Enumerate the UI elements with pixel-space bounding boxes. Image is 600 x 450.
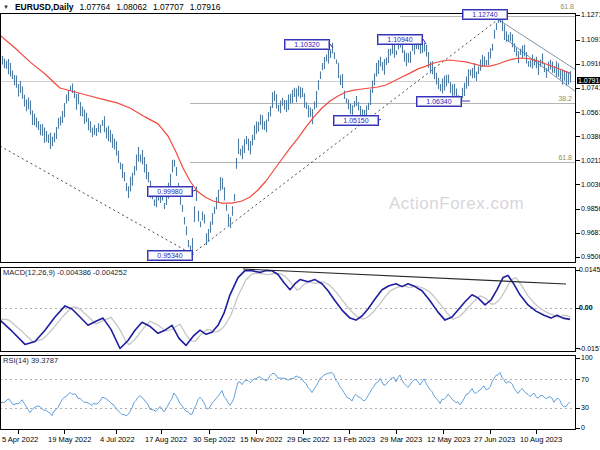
price-axis-label: 1.09160 [581, 60, 600, 67]
date-axis-label: 19 May 2022 [48, 435, 91, 444]
current-price-tag: 1.07916 [577, 77, 600, 84]
price-axis-label: 0.96810 [581, 229, 600, 236]
price-label-connector [193, 190, 196, 191]
price-axis-label: 0.98560 [581, 205, 600, 212]
date-axis-label: 15 Nov 2022 [240, 435, 283, 444]
chart-title-bar: ▼ EURUSD,Daily 1.07764 1.08062 1.07707 1… [0, 0, 600, 13]
price-label-1.05150: 1.05150 [333, 115, 379, 126]
date-axis-label: 12 May 2023 [427, 435, 470, 444]
macd-axis-label: 0.00 [579, 304, 593, 311]
date-axis-label: 4 Jul 2022 [100, 435, 135, 444]
rising-dashed-trendline[interactable] [192, 18, 500, 254]
date-axis-label: 13 Feb 2023 [333, 435, 375, 444]
price-axis-label: 1.10910 [581, 36, 600, 43]
macd-header: MACD(12,26,9) -0.004386 -0.004252 [3, 268, 127, 277]
ohlc-close: 1.07916 [190, 2, 221, 12]
fib-label-38.2: 38.2 [538, 95, 572, 102]
price-panel-border [1, 14, 576, 263]
symbol-timeframe: EURUSD,Daily [15, 2, 74, 12]
ohlc-open: 1.07764 [80, 2, 111, 12]
date-axis-label: 10 Aug 2023 [520, 435, 562, 444]
chart-plot-area[interactable] [0, 0, 600, 450]
price-axis-label: 1.00360 [581, 181, 600, 188]
fib-label-61.8: 61.8 [540, 3, 574, 10]
falling-dashed-trendline[interactable] [0, 146, 192, 254]
macd-line [0, 271, 570, 349]
price-axis-label: 1.12710 [581, 11, 600, 18]
rsi-line [0, 372, 570, 416]
rsi-axis-label: 100 [581, 354, 593, 361]
price-label-1.10320: 1.10320 [284, 39, 330, 50]
price-axis-label: 0.95060 [581, 253, 600, 260]
date-axis-label: 27 Jun 2023 [474, 435, 515, 444]
ohlc-low: 1.07707 [153, 2, 184, 12]
rsi-value: 39.3787 [31, 356, 58, 365]
date-axis-label: 29 Mar 2023 [380, 435, 422, 444]
date-axis-label: 30 Sep 2022 [193, 435, 236, 444]
rsi-header: RSI(14) 39.3787 [3, 356, 58, 365]
date-axis-label: 5 Apr 2022 [2, 435, 38, 444]
rsi-axis-label: 30 [581, 404, 589, 411]
price-axis-label: 1.03860 [581, 133, 600, 140]
price-label-0.99980: 0.99980 [147, 186, 193, 197]
price-label-1.10940: 1.10940 [377, 34, 423, 45]
fib-label-61.8: 61.8 [538, 154, 572, 161]
ohlc-high: 1.08062 [116, 2, 147, 12]
candlesticks [1, 15, 571, 255]
rsi-panel-border [1, 356, 576, 430]
price-label-0.95340: 0.95340 [147, 250, 193, 261]
macd-label: MACD(12,26,9) [3, 268, 55, 277]
macd-values: -0.004386 -0.004252 [57, 268, 127, 277]
price-axis-label: 1.07410 [581, 84, 600, 91]
actionforex-watermark: ActionForex.com [389, 194, 524, 214]
rsi-axis-label: 70 [581, 376, 589, 383]
price-label-connector [379, 119, 381, 120]
price-label-1.06340: 1.06340 [416, 96, 462, 107]
trading-chart-window: ▼ EURUSD,Daily 1.07764 1.08062 1.07707 1… [0, 0, 600, 450]
date-axis-label: 29 Dec 2022 [287, 435, 330, 444]
price-axis-label: 1.02110 [581, 157, 600, 164]
price-axis-label: 1.05610 [581, 109, 600, 116]
macd-axis-label: -0.015712 [579, 345, 600, 352]
macd-axis-label: 0.014549 [579, 266, 600, 273]
collapse-icon[interactable]: ▼ [3, 4, 9, 10]
price-label-1.12740: 1.12740 [462, 9, 508, 20]
date-axis-label: 17 Aug 2022 [145, 435, 187, 444]
rsi-label: RSI(14) [3, 356, 29, 365]
macd-trendline[interactable] [243, 269, 566, 284]
rsi-axis-label: 0 [581, 424, 585, 431]
